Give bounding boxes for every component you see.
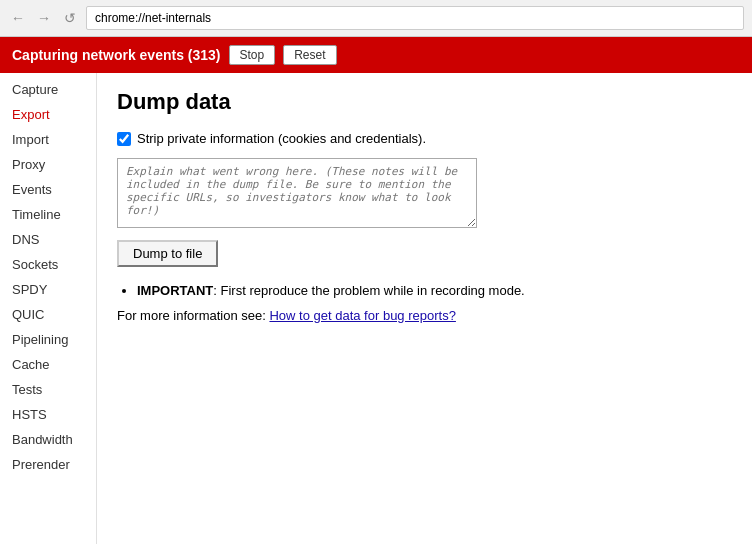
sidebar-item-bandwidth[interactable]: Bandwidth xyxy=(0,427,96,452)
stop-button[interactable]: Stop xyxy=(229,45,276,65)
sidebar-item-hsts[interactable]: HSTS xyxy=(0,402,96,427)
capture-banner: Capturing network events (313) Stop Rese… xyxy=(0,37,752,73)
back-button[interactable]: ← xyxy=(8,8,28,28)
strip-private-checkbox[interactable] xyxy=(117,132,131,146)
reset-button[interactable]: Reset xyxy=(283,45,336,65)
sidebar-item-events[interactable]: Events xyxy=(0,177,96,202)
sidebar-item-capture[interactable]: Capture xyxy=(0,77,96,102)
browser-nav: ← → ↺ xyxy=(0,0,752,36)
forward-button[interactable]: → xyxy=(34,8,54,28)
main-layout: Capture Export Import Proxy Events Timel… xyxy=(0,73,752,544)
how-to-get-data-link[interactable]: How to get data for bug reports? xyxy=(269,308,455,323)
sidebar-item-tests[interactable]: Tests xyxy=(0,377,96,402)
important-item: IMPORTANT: First reproduce the problem w… xyxy=(137,283,732,298)
sidebar-item-dns[interactable]: DNS xyxy=(0,227,96,252)
sidebar-item-proxy[interactable]: Proxy xyxy=(0,152,96,177)
sidebar-item-quic[interactable]: QUIC xyxy=(0,302,96,327)
dump-to-file-button[interactable]: Dump to file xyxy=(117,240,218,267)
address-bar[interactable] xyxy=(86,6,744,30)
page-title: Dump data xyxy=(117,89,732,115)
sidebar: Capture Export Import Proxy Events Timel… xyxy=(0,73,97,544)
sidebar-item-spdy[interactable]: SPDY xyxy=(0,277,96,302)
refresh-button[interactable]: ↺ xyxy=(60,8,80,28)
important-detail: : First reproduce the problem while in r… xyxy=(213,283,524,298)
more-info-prefix: For more information see: xyxy=(117,308,269,323)
capture-banner-title: Capturing network events (313) xyxy=(12,47,221,63)
sidebar-item-prerender[interactable]: Prerender xyxy=(0,452,96,477)
important-label: IMPORTANT xyxy=(137,283,213,298)
more-info: For more information see: How to get dat… xyxy=(117,308,732,323)
sidebar-item-timeline[interactable]: Timeline xyxy=(0,202,96,227)
sidebar-item-export[interactable]: Export xyxy=(0,102,96,127)
sidebar-item-pipelining[interactable]: Pipelining xyxy=(0,327,96,352)
sidebar-item-import[interactable]: Import xyxy=(0,127,96,152)
strip-private-label: Strip private information (cookies and c… xyxy=(137,131,426,146)
strip-private-row: Strip private information (cookies and c… xyxy=(117,131,732,146)
sidebar-item-cache[interactable]: Cache xyxy=(0,352,96,377)
notes-textarea[interactable] xyxy=(117,158,477,228)
content-area: Dump data Strip private information (coo… xyxy=(97,73,752,544)
sidebar-item-sockets[interactable]: Sockets xyxy=(0,252,96,277)
info-list: IMPORTANT: First reproduce the problem w… xyxy=(117,283,732,298)
